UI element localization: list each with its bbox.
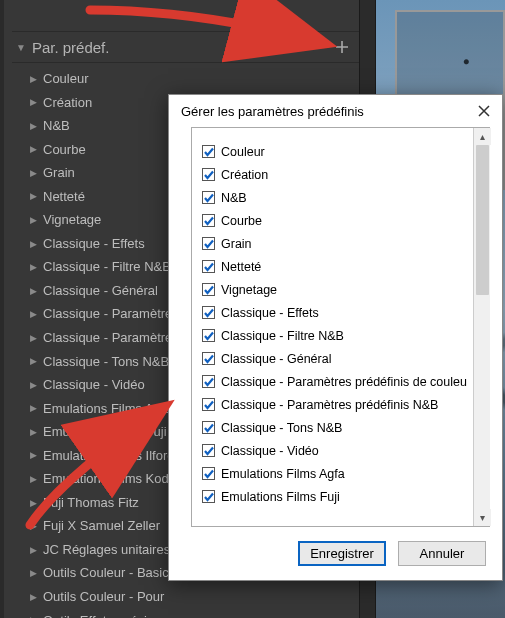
chevron-right-icon: ▶ xyxy=(30,332,37,344)
checkbox-label: Netteté xyxy=(221,260,261,274)
checkbox[interactable] xyxy=(202,306,215,319)
checkmark-icon xyxy=(204,147,214,157)
preset-checkbox-row[interactable]: Emulations Films Fuji xyxy=(202,485,467,508)
preset-folder-label: Classique - Paramètres xyxy=(43,305,179,323)
preset-checkbox-row[interactable]: Emulations Films Agfa xyxy=(202,462,467,485)
scroll-up-button[interactable]: ▴ xyxy=(474,128,491,145)
preset-folder-label: Classique - Effets xyxy=(43,235,145,253)
chevron-right-icon: ▶ xyxy=(30,402,37,414)
checkbox-label: Classique - Vidéo xyxy=(221,444,319,458)
chevron-right-icon: ▶ xyxy=(30,614,37,618)
preset-folder-label: Emulations Films Agfa xyxy=(43,400,172,418)
checkbox[interactable] xyxy=(202,398,215,411)
preset-folder-label: Fuji X Samuel Zeller xyxy=(43,517,160,535)
checkmark-icon xyxy=(204,170,214,180)
scrollbar[interactable]: ▴ ▾ xyxy=(473,128,490,526)
checkbox-label: Courbe xyxy=(221,214,262,228)
dialog-footer: Enregistrer Annuler xyxy=(169,537,502,580)
preset-folder[interactable]: ▶Couleur xyxy=(12,67,359,91)
chevron-right-icon: ▶ xyxy=(30,355,37,367)
scroll-thumb[interactable] xyxy=(476,145,489,295)
preset-checkbox-row[interactable]: Création xyxy=(202,163,467,186)
checkmark-icon xyxy=(204,400,214,410)
preset-checkbox-list: CouleurCréationN&BCourbeGrainNettetéVign… xyxy=(192,128,473,526)
checkmark-icon xyxy=(204,331,214,341)
checkmark-icon xyxy=(204,354,214,364)
preset-folder-label: Classique - Filtre N&B xyxy=(43,258,171,276)
chevron-right-icon: ▶ xyxy=(30,190,37,202)
checkmark-icon xyxy=(204,193,214,203)
preset-checkbox-row[interactable]: Classique - Paramètres prédéfinis de cou… xyxy=(202,370,467,393)
add-preset-button[interactable] xyxy=(333,38,351,56)
preset-checkbox-row[interactable]: Netteté xyxy=(202,255,467,278)
checkmark-icon xyxy=(204,239,214,249)
checkbox-label: Vignetage xyxy=(221,283,277,297)
checkbox[interactable] xyxy=(202,352,215,365)
preset-folder-label: Outils Couleur - Basic xyxy=(43,564,169,582)
save-button[interactable]: Enregistrer xyxy=(298,541,386,566)
dialog-title: Gérer les paramètres prédéfinis xyxy=(181,104,476,119)
scroll-down-button[interactable]: ▾ xyxy=(474,509,491,526)
checkbox-label: Classique - Paramètres prédéfinis de cou… xyxy=(221,375,467,389)
checkbox[interactable] xyxy=(202,421,215,434)
dialog-body: CouleurCréationN&BCourbeGrainNettetéVign… xyxy=(191,127,490,527)
preset-folder-label: Emulations Films Kodak xyxy=(43,470,182,488)
preset-checkbox-row[interactable]: Courbe xyxy=(202,209,467,232)
chevron-right-icon: ▶ xyxy=(30,567,37,579)
preset-checkbox-row[interactable]: Classique - Général xyxy=(202,347,467,370)
preset-checkbox-row[interactable]: Classique - Tons N&B xyxy=(202,416,467,439)
chevron-right-icon: ▶ xyxy=(30,379,37,391)
preset-checkbox-row[interactable]: Classique - Filtre N&B xyxy=(202,324,467,347)
preset-folder-label: Vignetage xyxy=(43,211,101,229)
preset-checkbox-row[interactable]: Classique - Effets xyxy=(202,301,467,324)
checkbox[interactable] xyxy=(202,490,215,503)
checkbox-label: Classique - Paramètres prédéfinis N&B xyxy=(221,398,438,412)
checkmark-icon xyxy=(204,492,214,502)
preset-folder-label: Emulations Films Fuji xyxy=(43,423,167,441)
dialog-header: Gérer les paramètres prédéfinis xyxy=(169,95,502,127)
checkbox[interactable] xyxy=(202,214,215,227)
checkbox[interactable] xyxy=(202,260,215,273)
preset-checkbox-row[interactable]: Vignetage xyxy=(202,278,467,301)
preset-folder[interactable]: ▶Outils Couleur - Pour xyxy=(12,585,359,609)
chevron-right-icon: ▶ xyxy=(30,591,37,603)
preset-folder-label: Couleur xyxy=(43,70,89,88)
checkbox[interactable] xyxy=(202,168,215,181)
presets-panel-title: Par. prédef. xyxy=(32,39,327,56)
checkbox[interactable] xyxy=(202,283,215,296)
chevron-right-icon: ▶ xyxy=(30,143,37,155)
preset-folder-label: Création xyxy=(43,94,92,112)
chevron-right-icon: ▶ xyxy=(30,520,37,532)
checkmark-icon xyxy=(204,216,214,226)
preset-checkbox-row[interactable]: Couleur xyxy=(202,140,467,163)
checkbox[interactable] xyxy=(202,145,215,158)
preset-folder-label: Classique - Vidéo xyxy=(43,376,145,394)
preset-checkbox-row[interactable]: Classique - Vidéo xyxy=(202,439,467,462)
checkbox[interactable] xyxy=(202,329,215,342)
checkbox-label: N&B xyxy=(221,191,247,205)
preset-checkbox-row[interactable]: Grain xyxy=(202,232,467,255)
preset-checkbox-row[interactable]: Classique - Paramètres prédéfinis N&B xyxy=(202,393,467,416)
checkbox[interactable] xyxy=(202,444,215,457)
chevron-right-icon: ▶ xyxy=(30,285,37,297)
checkbox-label: Création xyxy=(221,168,268,182)
checkbox[interactable] xyxy=(202,191,215,204)
dialog-close-button[interactable] xyxy=(476,103,492,119)
checkmark-icon xyxy=(204,285,214,295)
checkbox-label: Classique - Tons N&B xyxy=(221,421,342,435)
close-icon xyxy=(478,105,490,117)
checkmark-icon xyxy=(204,262,214,272)
cancel-button[interactable]: Annuler xyxy=(398,541,486,566)
checkbox[interactable] xyxy=(202,237,215,250)
checkbox[interactable] xyxy=(202,375,215,388)
chevron-right-icon: ▶ xyxy=(30,96,37,108)
collapse-icon: ▼ xyxy=(16,42,26,53)
presets-panel-header[interactable]: ▼ Par. prédef. xyxy=(12,32,359,63)
chevron-right-icon: ▶ xyxy=(30,167,37,179)
preset-checkbox-row[interactable]: N&B xyxy=(202,186,467,209)
checkbox[interactable] xyxy=(202,467,215,480)
chevron-right-icon: ▶ xyxy=(30,308,37,320)
checkmark-icon xyxy=(204,423,214,433)
chevron-right-icon: ▶ xyxy=(30,73,37,85)
preset-folder[interactable]: ▶Outils Effets spéciaux xyxy=(12,609,359,618)
